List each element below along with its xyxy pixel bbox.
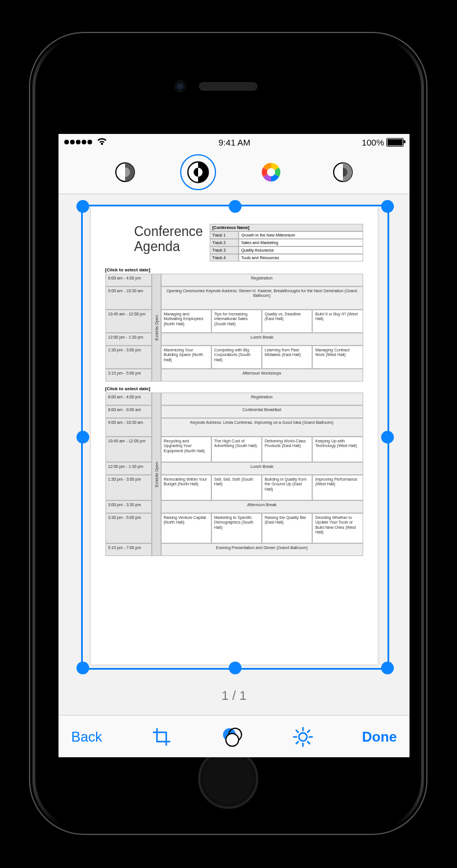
track-val: Quality Assurance [239, 246, 363, 254]
schedule-cell: Marketing to Specific Demographics (Sout… [211, 513, 262, 543]
battery-indicator: 100% [362, 137, 404, 147]
scan-preview: Conference Agenda [Conference Name] Trac… [59, 194, 410, 677]
scanned-document: Conference Agenda [Conference Name] Trac… [91, 206, 378, 664]
screen: 9:41 AM 100% [59, 134, 410, 757]
schedule-cell: Managing and Motivating Employees (North… [161, 310, 211, 333]
time-cell: 3:00 pm - 3:30 pm [105, 500, 152, 513]
signal-indicator [64, 138, 107, 146]
time-cell: 8:00 am - 4:00 pm [105, 393, 152, 405]
svg-point-9 [226, 733, 239, 746]
schedule-cell: Keeping Up with Technology (West Hall) [312, 437, 363, 462]
schedule-cell: Managing Contract Work (West Hall) [312, 346, 363, 369]
schedule-cell: Registration [161, 274, 363, 286]
track-val: Tools and Resources [239, 254, 363, 262]
schedule-cell: Learning from Past Mistakes (East Hall) [262, 346, 312, 369]
filter-color-button[interactable] [254, 155, 288, 189]
track-val: Sales and Marketing [239, 239, 363, 246]
time-cell: 9:00 am - 10:30 am [105, 286, 152, 310]
track-key: Track 1 [210, 231, 239, 239]
schedule-cell: Sell, Sell, Sell! (South Hall) [211, 475, 262, 500]
schedule-cell: Evening Presentation and Dinner (Grand B… [161, 543, 363, 556]
filter-bar [59, 150, 410, 194]
done-button[interactable]: Done [362, 729, 397, 745]
doc-title: Conference Agenda [134, 224, 204, 262]
phone-camera [174, 81, 186, 92]
time-cell: 3:15 pm - 5:00 pm [105, 369, 152, 382]
home-button[interactable] [198, 749, 258, 809]
time-cell: 10:45 am - 12:00 pm [105, 437, 152, 462]
schedule-cell: Raising Venture Capital (North Hall) [161, 513, 211, 543]
time-cell: 3:30 pm - 5:00 pm [105, 513, 152, 543]
phone-frame: 9:41 AM 100% [29, 32, 427, 835]
crop-icon[interactable] [150, 725, 173, 749]
tracks-header: [Conference Name] [210, 224, 363, 231]
schedule-cell: Raising the Quality Bar (East Hall) [262, 513, 312, 543]
color-filter-icon[interactable] [221, 725, 244, 749]
crop-handle-mid-right[interactable] [381, 431, 394, 444]
time-cell: 12:00 pm - 1:30 pm [105, 462, 152, 475]
day2-side: Exhibits Open [152, 393, 161, 556]
schedule-cell: Delivering World-Class Products (East Ha… [262, 437, 312, 462]
filter-grayscale-button[interactable] [108, 155, 142, 189]
filter-blackwhite-button[interactable] [180, 154, 216, 190]
schedule-cell: Lunch Break [161, 462, 363, 475]
day2-schedule: 8:00 am - 4:00 pm8:00 am - 9:00 am9:00 a… [105, 393, 363, 556]
tracks-table: [Conference Name] Track 1Growth in the N… [210, 224, 363, 262]
track-key: Track 4 [210, 254, 239, 262]
time-cell: 1:30 pm - 3:00 pm [105, 475, 152, 500]
crop-handle-top-right[interactable] [381, 200, 394, 213]
wifi-icon [97, 138, 107, 146]
crop-handle-bottom-left[interactable] [76, 662, 89, 674]
bottom-toolbar: Back Done [59, 715, 410, 757]
crop-handle-mid-left[interactable] [76, 431, 89, 444]
svg-point-4 [267, 168, 275, 176]
schedule-cell: Afternoon Break [161, 500, 363, 513]
schedule-cell: Deciding Whether to Update Your Tools or… [312, 513, 363, 543]
day1-schedule: 8:00 am - 4:00 pm9:00 am - 10:30 am10:45… [105, 274, 363, 382]
svg-line-18 [308, 731, 310, 733]
schedule-cell: Remodeling Within Your Budget (North Hal… [161, 475, 211, 500]
track-key: Track 2 [210, 239, 239, 246]
schedule-cell: Tips for Increasing International Sales … [211, 310, 262, 333]
track-key: Track 3 [210, 246, 239, 254]
time-cell: 5:15 pm - 7:00 pm [105, 543, 152, 556]
schedule-cell: Lunch Break [161, 333, 363, 346]
battery-percent: 100% [362, 137, 384, 147]
schedule-cell: Registration [161, 393, 363, 405]
time-cell: 8:00 am - 9:00 am [105, 405, 152, 418]
time-cell: 12:00 pm - 1:30 pm [105, 333, 152, 346]
schedule-cell: The High Cost of Advertising (South Hall… [211, 437, 262, 462]
time-cell: 8:00 am - 4:00 pm [105, 274, 152, 286]
status-bar: 9:41 AM 100% [59, 134, 410, 150]
svg-line-15 [296, 731, 298, 733]
schedule-cell: Improving Performance (West Hall) [312, 475, 363, 500]
crop-handle-bottom-right[interactable] [381, 662, 394, 674]
schedule-cell: Maximizing Your Building Space (North Ha… [161, 346, 211, 369]
svg-line-16 [308, 742, 310, 744]
filter-photo-button[interactable] [326, 155, 360, 189]
track-val: Growth in the New Millennium [239, 231, 363, 239]
time-cell: 10:45 am - 12:00 pm [105, 310, 152, 333]
schedule-cell: Competing with Big Corporations (South H… [211, 346, 262, 369]
svg-line-17 [296, 742, 298, 744]
schedule-cell: Recycling and Upgrading Your Equipment (… [161, 437, 211, 462]
time-cell: 9:00 am - 10:30 am [105, 418, 152, 437]
day2-label: [Click to select date] [105, 386, 363, 391]
schedule-cell: Keynote Address: Linda Contreras, Improv… [161, 418, 363, 437]
phone-speaker [199, 82, 257, 90]
time-cell: 1:30 pm - 3:00 pm [105, 346, 152, 369]
back-button[interactable]: Back [71, 729, 102, 745]
brightness-icon[interactable] [291, 725, 315, 749]
page-indicator: 1 / 1 [59, 677, 410, 715]
crop-handle-top-left[interactable] [76, 200, 89, 213]
schedule-cell: Continental Breakfast [161, 405, 363, 418]
schedule-cell: Quality vs. Deadline (East Hall) [262, 310, 312, 333]
day1-label: [Click to select date] [105, 267, 363, 273]
schedule-cell: Build It or Buy It? (West Hall) [312, 310, 363, 333]
status-time: 9:41 AM [218, 137, 250, 147]
day1-side: Exhibits Open [152, 274, 161, 382]
svg-point-10 [299, 733, 307, 741]
schedule-cell: Building in Quality from the Ground Up (… [262, 475, 312, 500]
schedule-cell: Opening Ceremonies Keynote Address: Stev… [161, 286, 363, 310]
schedule-cell: Afternoon Workshops [161, 369, 363, 382]
